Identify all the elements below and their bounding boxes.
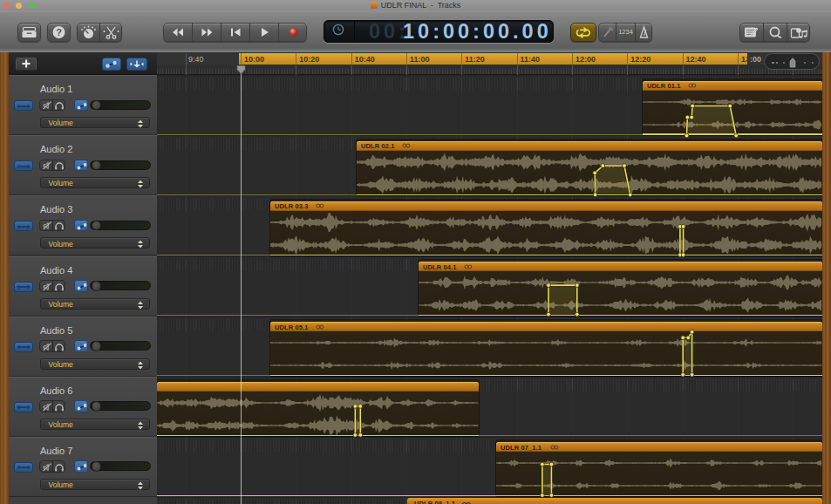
svg-text:?: ? [56, 27, 62, 37]
